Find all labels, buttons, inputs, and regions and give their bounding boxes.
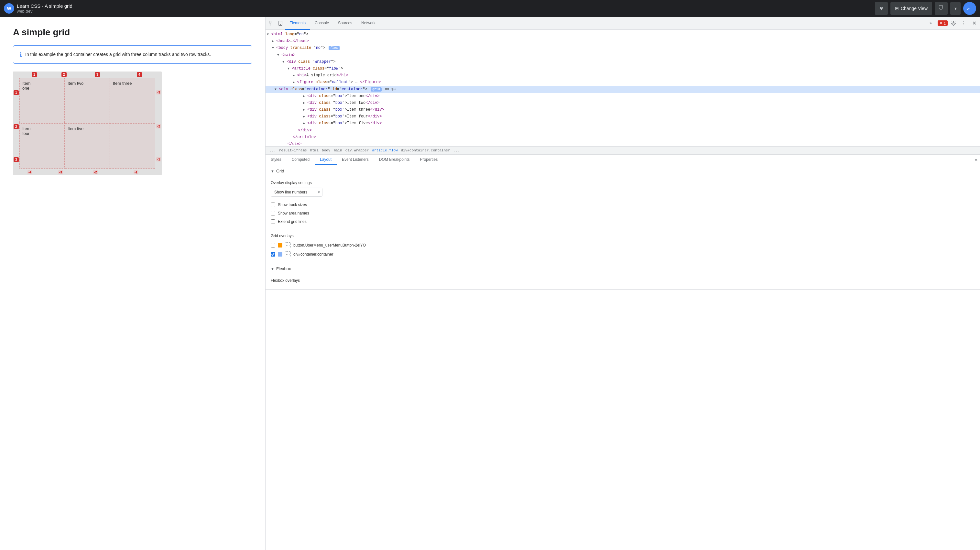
checkbox-show-track-sizes: Show track sizes xyxy=(271,201,975,209)
settings-icon-button[interactable] xyxy=(949,19,958,28)
tab-console[interactable]: Console xyxy=(310,17,334,30)
content-pane: A simple grid ℹ In this example the grid… xyxy=(0,17,265,550)
tab-dom-breakpoints[interactable]: DOM Breakpoints xyxy=(374,155,415,165)
col-label-3: 3 xyxy=(95,72,100,77)
dom-line-body[interactable]: ▼ <body translate="no"> flex xyxy=(266,45,980,51)
page-title: Learn CSS - A simple grid xyxy=(17,3,872,9)
dom-line-box-3[interactable]: ▶ <div class="box">Item three</div> xyxy=(266,107,980,113)
tab-styles[interactable]: Styles xyxy=(266,155,286,165)
grid-section-label: Grid xyxy=(276,169,284,174)
badge-flex[interactable]: flex xyxy=(329,46,340,50)
overlay-container-label[interactable]: div#container.container xyxy=(293,252,333,257)
col-neg-label-2: -2 xyxy=(93,170,98,174)
row-label-1: 1 xyxy=(14,90,19,95)
breadcrumb-body[interactable]: body xyxy=(321,148,331,153)
grid-item-5: Item five xyxy=(65,123,110,169)
dom-line-close-div-wrapper[interactable]: </div> xyxy=(266,141,980,146)
dom-line-article[interactable]: ▼ <article class="flow"> xyxy=(266,65,980,72)
row-neg-label-2: -2 xyxy=(156,124,161,128)
svg-point-4 xyxy=(280,24,281,25)
grid-section-header[interactable]: ▼ Grid xyxy=(266,165,980,177)
breadcrumb-ellipsis[interactable]: ... xyxy=(268,148,277,153)
badge-grid[interactable]: grid xyxy=(371,88,382,92)
grid-item-3: Item three xyxy=(110,78,155,123)
dropdown-button[interactable]: ▾ xyxy=(950,2,961,15)
dom-line-main[interactable]: ▼ <main> xyxy=(266,52,980,59)
overlay-display-select[interactable]: Show line numbers Show track sizes Show … xyxy=(271,188,323,197)
bookmark-button[interactable]: ⛉ xyxy=(935,2,948,15)
dom-line-box-4[interactable]: ▶ <div class="box">Item four</div> xyxy=(266,113,980,120)
info-icon: ℹ xyxy=(20,51,22,58)
sub-tab-more[interactable]: » xyxy=(972,155,980,165)
dom-tree[interactable]: ▼ <html lang="en"> ▶ <head>…</head> ▼ <b… xyxy=(266,30,980,146)
overlay-usermenubtn-color[interactable] xyxy=(278,243,282,247)
checkbox-extend-grid-lines: Extend grid lines xyxy=(271,217,975,226)
tab-network[interactable]: Network xyxy=(357,17,380,30)
dom-line-close-div[interactable]: </div> xyxy=(266,127,980,134)
overlay-usermenubtn-label[interactable]: button.UserMenu_userMenuButton-2eiYO xyxy=(293,243,366,247)
grid-demo: 1 2 3 4 1 2 3 -3 -2 -1 -4 -3 -2 -1 Itemo… xyxy=(13,72,162,175)
show-track-sizes-label[interactable]: Show track sizes xyxy=(278,202,307,207)
tab-properties[interactable]: Properties xyxy=(415,155,443,165)
tab-sources[interactable]: Sources xyxy=(334,17,357,30)
extend-grid-lines-checkbox[interactable] xyxy=(271,219,275,224)
inspect-icon-button[interactable] xyxy=(267,19,276,28)
change-view-label: Change View xyxy=(901,6,928,11)
dom-line-div-wrapper[interactable]: ▼ <div class="wrapper"> xyxy=(266,59,980,65)
tab-event-listeners[interactable]: Event Listeners xyxy=(337,155,374,165)
article-heading: A simple grid xyxy=(13,27,252,38)
breadcrumb-main[interactable]: main xyxy=(332,148,343,153)
error-badge: ✕ 1 xyxy=(938,21,948,26)
close-icon-button[interactable]: ✕ xyxy=(970,19,979,28)
device-icon-button[interactable] xyxy=(276,19,285,28)
flexbox-section-header[interactable]: ▼ Flexbox xyxy=(266,263,980,274)
row-label-3: 3 xyxy=(14,157,19,162)
dom-line-container[interactable]: ··· ▼ <div class="container" id="contain… xyxy=(266,86,980,93)
show-area-names-checkbox[interactable] xyxy=(271,211,275,215)
extend-grid-lines-label[interactable]: Extend grid lines xyxy=(278,219,307,224)
dom-line-box-5[interactable]: ▶ <div class="box">Item five</div> xyxy=(266,120,980,127)
breadcrumb-html[interactable]: html xyxy=(309,148,320,153)
terminal-button[interactable]: >_ xyxy=(963,2,976,15)
flexbox-overlays-label: Flexbox overlays xyxy=(271,278,975,283)
dom-line-head[interactable]: ▶ <head>…</head> xyxy=(266,38,980,45)
grid-overlays-section: Grid overlays ⋯ button.UserMenu_userMenu… xyxy=(266,230,980,263)
dom-line-html[interactable]: ▼ <html lang="en"> xyxy=(266,31,980,38)
breadcrumb-more[interactable]: ... xyxy=(452,148,461,153)
flexbox-panel-section: ▼ Flexbox Flexbox overlays xyxy=(266,263,980,290)
tab-more[interactable]: » xyxy=(925,17,936,30)
dom-line-box-1[interactable]: ▶ <div class="box">Item one</div> xyxy=(266,93,980,100)
grid-panel-section: ▼ Grid Overlay display settings Show lin… xyxy=(266,165,980,263)
row-label-2: 2 xyxy=(14,124,19,129)
flexbox-section-label: Flexbox xyxy=(276,266,291,271)
breadcrumb-article-flow[interactable]: article.flow xyxy=(371,148,399,153)
dom-line-close-article[interactable]: </article> xyxy=(266,134,980,141)
overlay-container-grid-icon: ⋯ xyxy=(285,251,291,257)
tab-computed[interactable]: Computed xyxy=(286,155,315,165)
row-neg-label-1: -1 xyxy=(156,157,161,161)
layout-panel: ▼ Grid Overlay display settings Show lin… xyxy=(266,165,980,550)
dom-line-figure[interactable]: ▶ <figure class="callout"> … </figure> xyxy=(266,79,980,86)
site-logo: W xyxy=(4,3,14,14)
heart-button[interactable]: ♥ xyxy=(875,2,888,15)
overlay-container-color[interactable] xyxy=(278,252,282,257)
breadcrumb-result-iframe[interactable]: result-iframe xyxy=(278,148,308,153)
breadcrumb-div-wrapper[interactable]: div.wrapper xyxy=(344,148,370,153)
dom-line-box-2[interactable]: ▶ <div class="box">Item two</div> xyxy=(266,100,980,107)
overlay-container-checkbox[interactable] xyxy=(271,252,275,257)
show-area-names-label[interactable]: Show area names xyxy=(278,211,309,215)
show-track-sizes-checkbox[interactable] xyxy=(271,202,275,207)
grid-container: Itemone Item two Item three Itemfour Ite… xyxy=(19,78,155,169)
overlay-usermenubtn-checkbox[interactable] xyxy=(271,243,275,247)
main-layout: A simple grid ℹ In this example the grid… xyxy=(0,17,980,550)
overlay-usermenubtn-grid-icon: ⋯ xyxy=(285,242,291,248)
dom-line-h1[interactable]: ▶ <h1>A simple grid</h1> xyxy=(266,72,980,79)
top-bar: W Learn CSS - A simple grid web.dev ♥ ⊞ … xyxy=(0,0,980,17)
tab-layout[interactable]: Layout xyxy=(315,155,337,165)
more-icon-button[interactable]: ⋮ xyxy=(959,19,968,28)
change-view-button[interactable]: ⊞ Change View xyxy=(891,2,932,15)
breadcrumb-div-container[interactable]: div#container.container xyxy=(400,148,452,153)
grid-item-4: Itemfour xyxy=(19,123,65,169)
tab-elements[interactable]: Elements xyxy=(285,17,310,30)
col-neg-label-1: -1 xyxy=(134,170,138,174)
